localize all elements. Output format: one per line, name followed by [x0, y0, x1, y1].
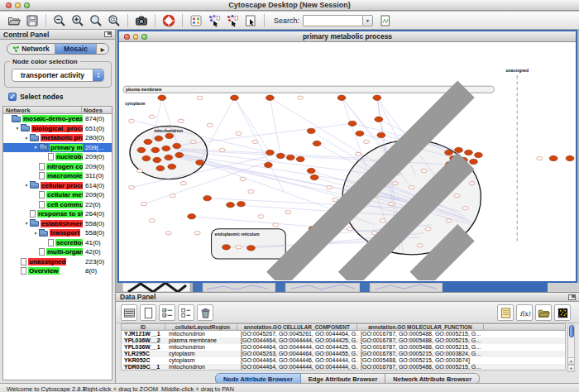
tab-network[interactable]: Network — [7, 44, 55, 54]
tree-row-label[interactable]: metabolic process — [41, 134, 83, 141]
table-cell[interactable]: YPL036W__2 — [122, 337, 166, 344]
tree-row[interactable]: ▼establishment of lo558(0) — [3, 219, 112, 229]
expand-icon[interactable]: ▼ — [32, 145, 39, 150]
tree-row[interactable]: ▼cellular process614(0) — [3, 181, 112, 191]
annotation-icon[interactable] — [242, 12, 259, 28]
tree-row[interactable]: ▼transport558(0) — [3, 228, 112, 238]
select-attributes-icon[interactable] — [121, 304, 137, 321]
search-input[interactable] — [303, 15, 362, 26]
background-windows[interactable] — [116, 283, 579, 292]
expand-icon[interactable]: ▼ — [23, 221, 30, 226]
import-network-icon[interactable] — [206, 12, 223, 28]
tree-row[interactable]: cell communicat22(0) — [3, 200, 112, 210]
tree-row-label[interactable]: primary metabo — [50, 144, 83, 151]
tree-row-label[interactable]: cellular metabo — [46, 191, 83, 198]
column-header[interactable]: ID — [121, 323, 165, 331]
scrollbar-thumb[interactable] — [569, 325, 574, 337]
tree-row[interactable]: Overview8(0) — [3, 266, 112, 276]
tree-row[interactable]: nucleobase-209(0) — [3, 152, 112, 162]
expand-icon[interactable]: ▼ — [32, 231, 39, 236]
table-cell[interactable]: mitochondrion — [166, 364, 238, 370]
tree-row[interactable]: multi-organism pro42(0) — [3, 247, 112, 257]
search-dropdown-icon[interactable]: ▼ — [362, 15, 373, 26]
table-cell[interactable]: [GO:0016787, GO:0005215, GO:0003824, G..… — [358, 351, 485, 357]
table-row[interactable]: YLR295Ccytoplasm[GO:0045263, GO:0044464,… — [122, 351, 565, 357]
tree-row[interactable]: ▼primary metabo209(... — [3, 143, 112, 153]
tab-overflow-icon[interactable]: ▶ — [97, 44, 108, 54]
tree-row-label[interactable]: Overview — [28, 267, 60, 275]
import-icon[interactable] — [535, 304, 552, 321]
table-cell[interactable]: YJR121W__1 — [122, 331, 166, 337]
tree-row-label[interactable]: nitrogen compo — [46, 163, 83, 170]
table-row[interactable]: YJR121W__1mitochondrion[GO:0045267, GO:0… — [122, 331, 565, 337]
export-network-icon[interactable] — [224, 12, 241, 28]
expand-icon[interactable]: ▼ — [23, 183, 30, 188]
float-panel-icon[interactable] — [104, 31, 112, 37]
table-cell[interactable]: mitochondrion — [166, 331, 238, 337]
table-cell[interactable]: YKR052C — [122, 357, 166, 364]
expand-icon[interactable]: ▼ — [23, 136, 30, 141]
table-cell[interactable]: mitochondrion — [166, 344, 238, 351]
table-cell[interactable]: YLR295C — [122, 351, 166, 357]
zoom-in-icon[interactable] — [69, 12, 86, 28]
column-header[interactable]: annotation.GO MOLECULAR_FUNCTION — [357, 323, 484, 331]
delete-attribute-icon[interactable] — [197, 304, 213, 321]
unselect-all-attributes-icon[interactable] — [178, 304, 194, 321]
tree-row-label[interactable]: mosaic-demo-yeast — [22, 115, 83, 122]
tree-row[interactable]: mosaic-demo-yeast874(0) — [3, 114, 112, 124]
tree-row[interactable]: nitrogen compo209(0) — [3, 162, 112, 172]
save-icon[interactable] — [24, 12, 41, 28]
node-color-dropdown[interactable]: transporter activity ▲▼ — [12, 69, 104, 82]
tree-row-label[interactable]: cell communicat — [46, 201, 83, 208]
table-cell[interactable]: [GO:0044464, GO:0044446, GO:0044444, G..… — [238, 357, 358, 364]
column-header[interactable]: _cellularLayoutRegion — [165, 323, 237, 331]
expand-icon[interactable]: ▼ — [14, 126, 21, 131]
table-cell[interactable]: [GO:0044464, GO:0044444, GO:0044425, G..… — [238, 337, 358, 344]
table-cell[interactable]: plasma membrane — [166, 337, 238, 344]
tree-col-nodes[interactable]: Nodes — [81, 107, 112, 113]
tree-row-label[interactable]: macromolecule — [46, 172, 83, 179]
tree-row[interactable]: ▼biological_process651(0) — [3, 124, 112, 134]
tree-row-label[interactable]: nucleobase- — [55, 153, 83, 160]
table-cell[interactable]: [GO:0045267, GO:0045261, GO:0044464, G..… — [238, 331, 358, 337]
tree-row-label[interactable]: transport — [50, 229, 80, 237]
attribute-editor-icon[interactable] — [497, 304, 514, 321]
tree-row[interactable]: cellular metabo209(0) — [3, 190, 112, 200]
zoom-fit-icon[interactable] — [88, 12, 104, 28]
tree-row[interactable]: macromolecule311(0) — [3, 171, 112, 181]
open-icon[interactable] — [6, 12, 22, 28]
resize-grip-icon[interactable] — [118, 41, 575, 280]
tree-row-label[interactable]: secretion — [55, 239, 83, 246]
table-row[interactable]: YKR052Ccytoplasm[GO:0044464, GO:0044446,… — [122, 357, 565, 364]
table-row[interactable]: YPL036W__2plasma membrane[GO:0044464, GO… — [122, 337, 565, 344]
tree-row-label[interactable]: biological_process — [31, 125, 83, 132]
zoom-selected-icon[interactable] — [106, 12, 122, 28]
table-cell[interactable]: YDR039C__1 — [122, 364, 166, 370]
tab-mosaic[interactable]: Mosaic — [55, 44, 97, 54]
tree-row-label[interactable]: multi-organism pro — [46, 248, 83, 256]
dropdown-stepper-icon[interactable]: ▲▼ — [93, 69, 103, 81]
zoom-out-icon[interactable] — [51, 12, 68, 28]
table-cell[interactable]: [GO:0044464, GO:0044444, GO:0044425, G..… — [238, 344, 358, 351]
table-cell[interactable]: cytoplasm — [166, 357, 238, 364]
table-cell[interactable]: [GO:0016787, GO:0005488, GO:0005215, G..… — [358, 331, 485, 337]
help-icon[interactable] — [160, 12, 177, 28]
tree-row[interactable]: secretion41(0) — [3, 238, 112, 248]
table-cell[interactable]: [GO:0045263, GO:0044464, GO:0044455, G..… — [238, 351, 358, 357]
import-attributes-icon[interactable] — [377, 12, 394, 28]
tree-col-network[interactable]: Network — [3, 107, 81, 113]
tree-row[interactable]: unassigned223(0) — [3, 257, 112, 267]
tree-row[interactable]: ▼metabolic process280(0) — [3, 133, 112, 143]
create-attribute-icon[interactable] — [140, 304, 156, 321]
tree-row[interactable]: response to stimul264(0) — [3, 209, 112, 219]
float-panel-icon[interactable] — [568, 294, 576, 300]
column-header[interactable]: annotation.GO CELLULAR_COMPONENT — [237, 323, 357, 331]
table-cell[interactable]: [GO:0016787, GO:0005488, GO:0005215, G..… — [358, 364, 485, 370]
table-cell[interactable]: [GO:0005488, GO:0005215, GO:0003674] — [358, 357, 485, 364]
table-cell[interactable]: YPL036W__1 — [122, 344, 166, 351]
scroll-down-icon[interactable]: ▼ — [567, 365, 575, 372]
snapshot-icon[interactable] — [133, 12, 150, 28]
tree-row-label[interactable]: cellular process — [41, 182, 83, 189]
table-cell[interactable]: [GO:0044464, GO:0044444, GO:0044444, G..… — [238, 364, 358, 370]
table-row[interactable]: YDR039C__1mitochondrion[GO:0044464, GO:0… — [122, 364, 565, 370]
